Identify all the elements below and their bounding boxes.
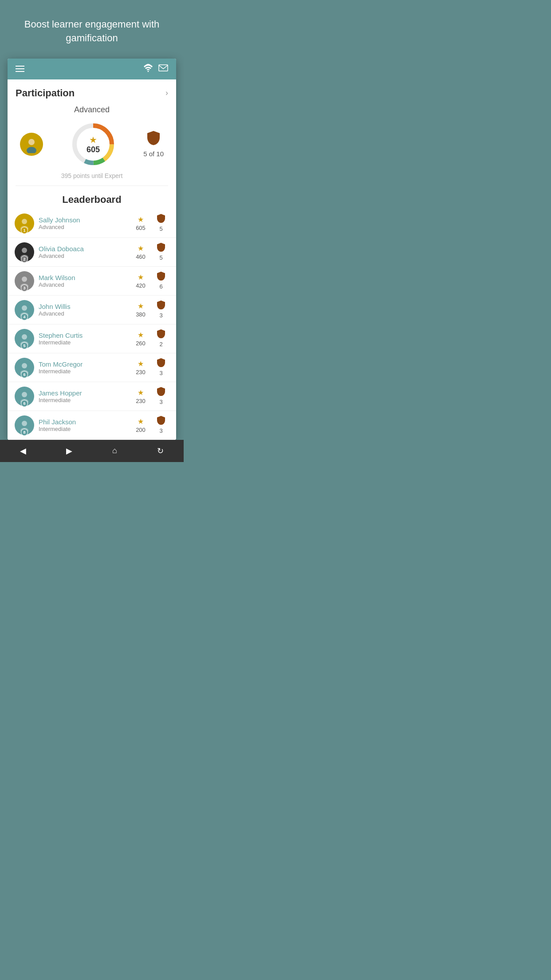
menu-button[interactable] [16, 66, 24, 72]
star-count: 260 [136, 340, 146, 347]
person-stars: ★ 420 [133, 273, 149, 289]
forward-button[interactable]: ▶ [60, 444, 79, 458]
person-info: Olivia Doboaca Advanced [39, 245, 128, 259]
person-name: Mark Wilson [39, 274, 128, 281]
leaderboard-title: Leaderboard [8, 188, 176, 209]
person-name: James Hopper [39, 389, 128, 397]
participation-header: Participation › [16, 87, 168, 99]
app-header [8, 59, 176, 79]
person-stars: ★ 605 [133, 215, 149, 231]
svg-point-0 [148, 71, 149, 72]
person-name: Tom McGregor [39, 360, 128, 368]
person-info: Stephen Curtis Intermediate [39, 332, 128, 346]
person-name: Stephen Curtis [39, 332, 128, 339]
svg-point-3 [28, 139, 35, 145]
badge-count: 3 [159, 399, 162, 405]
person-name: John Willis [39, 303, 128, 310]
person-level: Intermediate [39, 397, 128, 403]
badge-count: 3 [159, 427, 162, 434]
person-level: Advanced [39, 310, 128, 317]
leaderboard-item[interactable]: 1 Sally Johnson Advanced ★ 605 5 [8, 209, 176, 238]
svg-point-29 [22, 392, 27, 397]
star-icon: ★ [138, 331, 144, 339]
leaderboard-list: 1 Sally Johnson Advanced ★ 605 5 [8, 209, 176, 440]
home-button[interactable]: ⌂ [106, 444, 123, 457]
shield-icon-sm [157, 329, 165, 340]
rank-avatar: 5 [15, 329, 34, 348]
leaderboard-item[interactable]: 3 Mark Wilson Advanced ★ 420 6 [8, 267, 176, 296]
wifi-icon[interactable] [143, 64, 153, 74]
level-label: Advanced [16, 105, 168, 115]
rank-number: 6 [21, 371, 28, 378]
star-count: 200 [136, 427, 146, 433]
person-level: Intermediate [39, 426, 128, 432]
person-level: Advanced [39, 224, 128, 230]
hero-text: Boost learner engagement with gamificati… [0, 0, 184, 59]
shield-icon-sm [157, 214, 165, 225]
gauge-row: ★ 605 5 of 10 [16, 120, 168, 169]
star-count: 420 [136, 282, 146, 289]
refresh-button[interactable]: ↻ [151, 444, 170, 458]
person-badges: 6 [153, 272, 169, 290]
star-count: 230 [136, 398, 146, 404]
rank-number: 2 [21, 256, 28, 263]
person-badges: 3 [153, 300, 169, 319]
shield-icon-sm [157, 300, 165, 311]
points-until: 395 points until Expert [16, 172, 168, 186]
rank-number: 6 [21, 400, 28, 407]
leaderboard-section: Leaderboard 1 Sally Johnson Advanced ★ [8, 188, 176, 440]
shield-icon-sm [157, 272, 165, 282]
leaderboard-item[interactable]: 8 Phil Jackson Intermediate ★ 200 3 [8, 411, 176, 440]
rank-avatar: 3 [15, 271, 34, 291]
person-level: Advanced [39, 253, 128, 259]
leaderboard-item[interactable]: 6 James Hopper Intermediate ★ 230 3 [8, 382, 176, 411]
leaderboard-item[interactable]: 2 Olivia Doboaca Advanced ★ 460 5 [8, 238, 176, 267]
person-info: Sally Johnson Advanced [39, 216, 128, 230]
person-badges: 5 [153, 243, 169, 261]
person-stars: ★ 230 [133, 360, 149, 375]
person-info: Tom McGregor Intermediate [39, 360, 128, 375]
person-name: Phil Jackson [39, 418, 128, 426]
badge-count: 5 of 10 [143, 150, 164, 158]
badge-count: 3 [159, 370, 162, 376]
shield-icon [147, 131, 160, 148]
shield-icon-sm [157, 243, 165, 253]
user-avatar [20, 133, 43, 156]
badge-count: 6 [159, 283, 162, 290]
person-stars: ★ 200 [133, 417, 149, 433]
leaderboard-item[interactable]: 6 Tom McGregor Intermediate ★ 230 3 [8, 353, 176, 382]
bottom-nav: ◀ ▶ ⌂ ↻ [0, 440, 184, 462]
star-count: 380 [136, 311, 146, 318]
participation-chevron[interactable]: › [165, 88, 168, 98]
rank-number: 8 [21, 429, 28, 436]
donut-center: ★ 605 [87, 134, 100, 154]
leaderboard-item[interactable]: 4 John Willis Advanced ★ 380 3 [8, 296, 176, 324]
rank-avatar: 8 [15, 415, 34, 435]
star-icon: ★ [138, 273, 144, 281]
svg-point-14 [22, 248, 27, 253]
star-icon: ★ [138, 302, 144, 310]
rank-number: 4 [21, 313, 28, 320]
participation-title: Participation [16, 87, 75, 99]
svg-rect-1 [159, 65, 168, 71]
mail-icon[interactable] [158, 64, 168, 74]
leaderboard-item[interactable]: 5 Stephen Curtis Intermediate ★ 260 2 [8, 324, 176, 353]
person-stars: ★ 260 [133, 331, 149, 347]
badge-count: 5 [159, 254, 162, 261]
person-info: Phil Jackson Intermediate [39, 418, 128, 432]
app-content: Participation › Advanced [8, 79, 176, 440]
star-icon: ★ [138, 360, 144, 368]
star-icon: ★ [138, 244, 144, 253]
rank-avatar: 6 [15, 358, 34, 377]
badge-count: 2 [159, 341, 162, 348]
participation-section: Participation › Advanced [8, 79, 176, 186]
svg-point-20 [22, 305, 27, 311]
header-icons [143, 64, 168, 74]
person-info: John Willis Advanced [39, 303, 128, 317]
person-badges: 2 [153, 329, 169, 348]
back-button[interactable]: ◀ [14, 444, 32, 458]
rank-number: 3 [21, 285, 28, 292]
person-stars: ★ 230 [133, 388, 149, 404]
person-badges: 3 [153, 358, 169, 376]
person-name: Sally Johnson [39, 216, 128, 224]
